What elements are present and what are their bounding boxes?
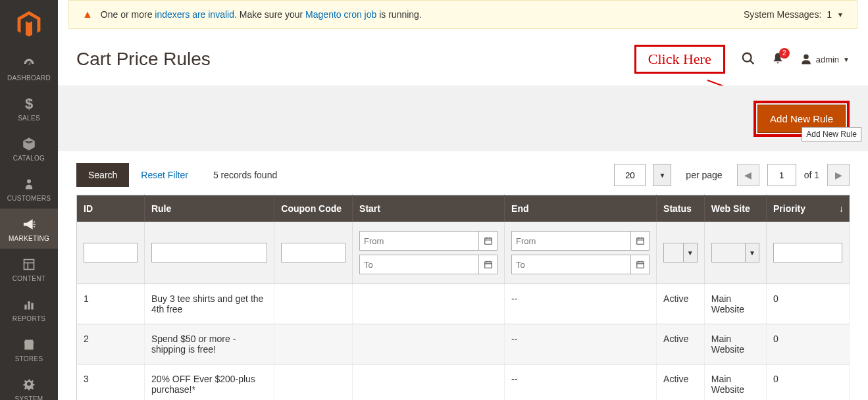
cell-priority: 0 (767, 324, 850, 364)
svg-line-8 (750, 60, 753, 64)
box-icon (22, 136, 36, 152)
cell-status: Active (657, 324, 705, 364)
magento-logo[interactable] (0, 0, 58, 48)
svg-rect-1 (24, 260, 34, 270)
col-header-start[interactable]: Start (353, 195, 505, 222)
nav-label: DASHBOARD (7, 74, 51, 82)
search-icon[interactable] (741, 51, 755, 68)
grid-controls: Search Reset Filter 5 records found ▼ pe… (58, 151, 868, 195)
notifications-icon[interactable]: 2 (771, 52, 784, 67)
col-header-website[interactable]: Web Site (704, 195, 766, 222)
cell-id: 3 (77, 364, 145, 401)
col-header-coupon[interactable]: Coupon Code (274, 195, 353, 222)
page-title: Cart Price Rules (76, 49, 211, 70)
filter-end-from-input[interactable] (512, 234, 630, 249)
action-bar: Add New Rule Add New Rule (58, 86, 868, 151)
nav-label: MARKETING (9, 235, 49, 242)
col-header-end[interactable]: End (505, 195, 657, 222)
cell-end: -- (505, 364, 657, 401)
svg-rect-14 (484, 262, 492, 268)
filter-rule-input[interactable] (151, 243, 267, 262)
cell-priority: 0 (767, 364, 850, 401)
indexers-link[interactable]: indexers are invalid (155, 9, 234, 20)
svg-point-0 (27, 180, 31, 184)
nav-customers[interactable]: CUSTOMERS (0, 168, 58, 209)
cell-id: 2 (77, 324, 145, 364)
megaphone-icon (21, 216, 37, 232)
calendar-icon[interactable] (478, 255, 497, 274)
dollar-icon: $ (25, 96, 33, 112)
per-page-dropdown[interactable]: ▼ (653, 164, 671, 186)
layout-icon (22, 257, 36, 272)
filter-status-select[interactable] (663, 243, 683, 262)
table-row[interactable]: 320% OFF Ever $200-plus purchase!*--Acti… (77, 364, 850, 401)
filter-start-from-input[interactable] (360, 234, 478, 249)
filter-website-select[interactable] (711, 243, 745, 262)
warning-icon: ▲ (82, 9, 93, 20)
cell-end: -- (505, 324, 657, 364)
filter-coupon-input[interactable] (281, 243, 345, 262)
next-page-button[interactable]: ▶ (827, 164, 850, 186)
cell-rule: Spend $50 or more - shipping is free! (144, 324, 274, 364)
system-message-text: One or more indexers are invalid. Make s… (101, 9, 422, 20)
cell-start (353, 364, 505, 401)
nav-reports[interactable]: REPORTS (0, 289, 58, 329)
filter-end-to-input[interactable] (512, 257, 630, 272)
search-button[interactable]: Search (76, 163, 129, 187)
calendar-icon[interactable] (630, 255, 649, 274)
svg-rect-4 (24, 305, 26, 310)
chevron-down-icon[interactable]: ▼ (745, 243, 759, 262)
main-content: ▲ One or more indexers are invalid. Make… (58, 0, 868, 400)
svg-point-9 (804, 55, 809, 60)
col-header-id[interactable]: ID (77, 195, 145, 222)
col-header-rule[interactable]: Rule (144, 195, 274, 222)
filter-id-input[interactable] (84, 243, 138, 262)
system-messages-toggle[interactable]: System Messages: 1 ▼ (744, 9, 844, 20)
sort-arrow-icon: ↓ (839, 203, 844, 214)
notification-badge: 2 (779, 48, 790, 59)
cell-rule: 20% OFF Ever $200-plus purchase!* (144, 364, 274, 401)
nav-catalog[interactable]: CATALOG (0, 128, 58, 168)
calendar-icon[interactable] (478, 232, 497, 250)
table-row[interactable]: 1Buy 3 tee shirts and get the 4th free--… (77, 284, 850, 324)
nav-dashboard[interactable]: DASHBOARD (0, 48, 58, 88)
nav-label: CATALOG (13, 155, 45, 162)
nav-stores[interactable]: STORES (0, 329, 58, 369)
prev-page-button[interactable]: ◀ (737, 164, 759, 186)
svg-rect-22 (636, 262, 644, 268)
storefront-icon (22, 337, 36, 353)
reset-filter-link[interactable]: Reset Filter (141, 170, 188, 180)
page-number-input[interactable] (767, 164, 796, 186)
nav-sales[interactable]: $SALES (0, 88, 58, 128)
table-row[interactable]: 2Spend $50 or more - shipping is free!--… (77, 324, 850, 364)
cell-status: Active (657, 284, 705, 324)
cell-coupon (274, 284, 353, 324)
col-header-status[interactable]: Status (657, 195, 705, 222)
per-page-input[interactable] (614, 164, 646, 186)
cell-status: Active (657, 364, 705, 401)
nav-marketing[interactable]: MARKETING (0, 209, 58, 249)
cell-website: Main Website (704, 324, 766, 364)
nav-label: STORES (15, 355, 43, 362)
chevron-down-icon[interactable]: ▼ (683, 243, 698, 262)
user-menu[interactable]: admin ▼ (800, 53, 850, 65)
cell-coupon (274, 324, 353, 364)
filter-priority-input[interactable] (773, 243, 842, 262)
calendar-icon[interactable] (630, 232, 649, 250)
cell-rule: Buy 3 tee shirts and get the 4th free (144, 284, 274, 324)
nav-label: SYSTEM (15, 395, 43, 400)
dashboard-icon (21, 56, 37, 72)
svg-point-7 (742, 53, 751, 61)
nav-label: CONTENT (13, 275, 45, 282)
col-header-priority[interactable]: Priority↓ (767, 195, 850, 222)
filter-start-to-input[interactable] (360, 257, 478, 272)
cell-website: Main Website (704, 284, 766, 324)
cell-id: 1 (77, 284, 145, 324)
button-tooltip: Add New Rule (802, 127, 861, 141)
chevron-down-icon: ▼ (843, 56, 850, 63)
nav-content[interactable]: CONTENT (0, 249, 58, 289)
svg-rect-5 (28, 301, 30, 310)
nav-label: SALES (18, 114, 40, 122)
cron-link[interactable]: Magento cron job (305, 9, 376, 20)
nav-system[interactable]: SYSTEM (0, 369, 58, 400)
